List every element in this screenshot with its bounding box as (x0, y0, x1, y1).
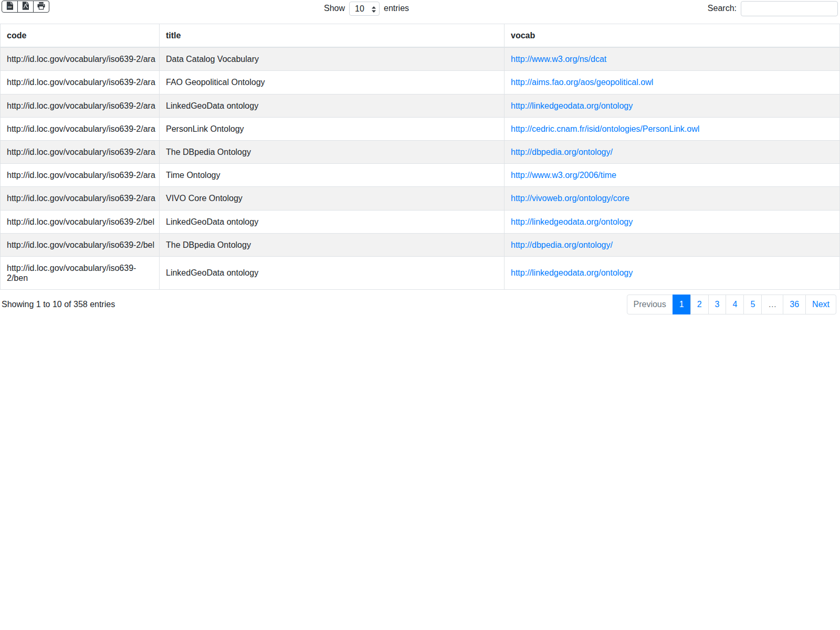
pagination: Previous12345…36Next (627, 295, 836, 314)
vocab-link[interactable]: http://cedric.cnam.fr/isid/ontologies/Pe… (511, 124, 699, 133)
code-cell: http://id.loc.gov/vocabulary/iso639-2/ar… (1, 164, 160, 187)
vocab-link[interactable]: http://dbpedia.org/ontology/ (511, 148, 613, 156)
table-row: http://id.loc.gov/vocabulary/iso639-2/ar… (1, 117, 840, 140)
vocab-cell: http://aims.fao.org/aos/geopolitical.owl (505, 71, 840, 94)
title-cell: The DBpedia Ontology (160, 140, 505, 163)
code-cell: http://id.loc.gov/vocabulary/iso639-2/ar… (1, 47, 160, 71)
print-button[interactable] (33, 1, 49, 13)
title-cell: The DBpedia Ontology (160, 233, 505, 256)
title-cell: VIVO Core Ontology (160, 187, 505, 210)
table-row: http://id.loc.gov/vocabulary/iso639-2/ar… (1, 47, 840, 71)
pdf-export-button[interactable] (17, 1, 34, 13)
code-cell: http://id.loc.gov/vocabulary/iso639-2/ar… (1, 140, 160, 163)
title-cell: LinkedGeoData ontology (160, 210, 505, 233)
entries-select[interactable]: 10 (349, 2, 380, 16)
page-item: 4 (726, 295, 744, 314)
page-item: 3 (709, 295, 727, 314)
page-button-2[interactable]: 2 (690, 295, 709, 314)
title-cell: LinkedGeoData ontology (160, 94, 505, 117)
pagination-ellipsis: … (761, 295, 783, 314)
title-cell: LinkedGeoData ontology (160, 256, 505, 289)
vocab-cell: http://dbpedia.org/ontology/ (505, 140, 840, 163)
title-cell: Data Catalog Vocabulary (160, 47, 505, 71)
table-controls: csv Sho (0, 0, 840, 24)
table-row: http://id.loc.gov/vocabulary/iso639-2/be… (1, 233, 840, 256)
page-item: 1 (673, 295, 691, 314)
page-item: 36 (783, 295, 806, 314)
vocab-link[interactable]: http://aims.fao.org/aos/geopolitical.owl (511, 78, 653, 87)
table-row: http://id.loc.gov/vocabulary/iso639-2/ar… (1, 71, 840, 94)
title-cell: Time Ontology (160, 164, 505, 187)
code-cell: http://id.loc.gov/vocabulary/iso639- 2/b… (1, 256, 160, 289)
vocab-link[interactable]: http://vivoweb.org/ontology/core (511, 194, 629, 203)
search-label: Search: (708, 4, 737, 13)
code-cell: http://id.loc.gov/vocabulary/iso639-2/be… (1, 210, 160, 233)
vocab-link[interactable]: http://linkedgeodata.org/ontology (511, 268, 633, 277)
vocab-cell: http://linkedgeodata.org/ontology (505, 94, 840, 117)
page-button-5[interactable]: 5 (743, 295, 762, 314)
code-cell: http://id.loc.gov/vocabulary/iso639-2/ar… (1, 187, 160, 210)
vocab-link[interactable]: http://www.w3.org/ns/dcat (511, 55, 606, 64)
vocab-link[interactable]: http://www.w3.org/2006/time (511, 171, 616, 180)
file-csv-icon: csv (6, 2, 13, 12)
vocab-cell: http://www.w3.org/2006/time (505, 164, 840, 187)
vocab-link[interactable]: http://dbpedia.org/ontology/ (511, 240, 613, 249)
page-length-control: Show 10 entries (324, 1, 409, 16)
page-item: 5 (744, 295, 762, 314)
print-icon (37, 2, 45, 12)
vocab-link[interactable]: http://linkedgeodata.org/ontology (511, 217, 633, 226)
code-cell: http://id.loc.gov/vocabulary/iso639-2/be… (1, 233, 160, 256)
table-row: http://id.loc.gov/vocabulary/iso639-2/ar… (1, 187, 840, 210)
page-button-1[interactable]: 1 (673, 295, 691, 314)
table-row: http://id.loc.gov/vocabulary/iso639- 2/b… (1, 256, 840, 289)
column-header-title: title (160, 24, 505, 48)
table-header-row: code title vocab (1, 24, 840, 48)
table-row: http://id.loc.gov/vocabulary/iso639-2/be… (1, 210, 840, 233)
vocab-cell: http://dbpedia.org/ontology/ (505, 233, 840, 256)
vocab-cell: http://cedric.cnam.fr/isid/ontologies/Pe… (505, 117, 840, 140)
table-info: Showing 1 to 10 of 358 entries (2, 300, 115, 309)
page-item: … (762, 295, 783, 314)
code-cell: http://id.loc.gov/vocabulary/iso639-2/ar… (1, 94, 160, 117)
page-item: 2 (691, 295, 709, 314)
title-cell: FAO Geopolitical Ontology (160, 71, 505, 94)
page-item: Next (806, 295, 836, 314)
column-header-vocab: vocab (505, 24, 840, 48)
vocab-link[interactable]: http://linkedgeodata.org/ontology (511, 101, 633, 110)
previous-page-button: Previous (627, 295, 673, 314)
search-input[interactable] (741, 1, 838, 16)
vocab-cell: http://vivoweb.org/ontology/core (505, 187, 840, 210)
page-item: Previous (627, 295, 673, 314)
export-button-group: csv (2, 1, 49, 13)
code-cell: http://id.loc.gov/vocabulary/iso639-2/ar… (1, 71, 160, 94)
column-header-code: code (1, 24, 160, 48)
table-body: http://id.loc.gov/vocabulary/iso639-2/ar… (1, 47, 840, 290)
table-row: http://id.loc.gov/vocabulary/iso639-2/ar… (1, 140, 840, 163)
page-button-4[interactable]: 4 (726, 295, 744, 314)
vocab-cell: http://linkedgeodata.org/ontology (505, 210, 840, 233)
csv-export-button[interactable]: csv (2, 1, 18, 13)
search-control: Search: (708, 1, 838, 16)
svg-text:csv: csv (8, 6, 12, 8)
page-button-3[interactable]: 3 (708, 295, 727, 314)
show-label: Show (324, 4, 345, 13)
vocab-cell: http://www.w3.org/ns/dcat (505, 47, 840, 71)
vocab-cell: http://linkedgeodata.org/ontology (505, 256, 840, 289)
file-pdf-icon (22, 2, 29, 12)
title-cell: PersonLink Ontology (160, 117, 505, 140)
code-cell: http://id.loc.gov/vocabulary/iso639-2/ar… (1, 117, 160, 140)
page-button-36[interactable]: 36 (783, 295, 806, 314)
table-row: http://id.loc.gov/vocabulary/iso639-2/ar… (1, 164, 840, 187)
table-footer: Showing 1 to 10 of 358 entries Previous1… (0, 290, 840, 314)
vocabulary-table: code title vocab http://id.loc.gov/vocab… (0, 24, 840, 290)
next-page-button[interactable]: Next (805, 295, 836, 314)
entries-label: entries (384, 4, 409, 13)
table-row: http://id.loc.gov/vocabulary/iso639-2/ar… (1, 94, 840, 117)
